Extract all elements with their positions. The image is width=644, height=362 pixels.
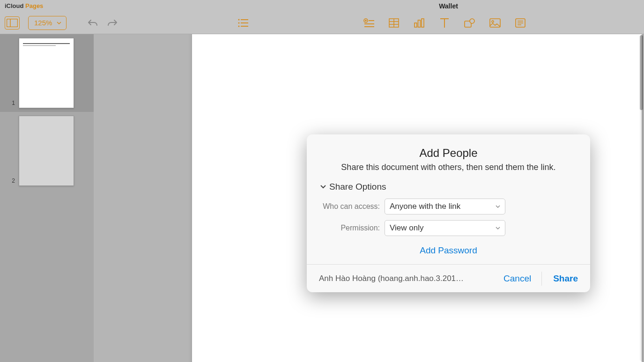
permission-row: Permission: View only — [320, 220, 577, 236]
table-button[interactable] — [387, 16, 400, 30]
modal-footer: Anh Hào Hoàng (hoang.anh.hao.3.201… Canc… — [307, 264, 590, 292]
access-value: Anyone with the link — [390, 202, 460, 211]
share-options-label: Share Options — [329, 182, 386, 192]
modal-subtitle: Share this document with others, then se… — [320, 163, 577, 172]
redo-icon — [106, 18, 118, 28]
app-header: iCloud Pages Wallet — [0, 0, 644, 12]
svg-point-26 — [492, 21, 494, 22]
thumb-content-line — [23, 43, 70, 44]
svg-point-4 — [238, 22, 240, 23]
logo-icloud: iCloud — [5, 2, 23, 9]
chart-icon — [414, 18, 424, 28]
svg-point-2 — [238, 19, 240, 20]
toggle-sidebar-button[interactable] — [5, 16, 20, 30]
permission-label: Permission: — [320, 224, 385, 232]
svg-point-24 — [470, 19, 474, 23]
media-button[interactable] — [489, 16, 502, 30]
thumbnail-number: 2 — [10, 177, 15, 184]
svg-rect-0 — [7, 19, 18, 27]
scrollbar-thumb[interactable] — [640, 35, 643, 110]
undo-icon — [87, 18, 99, 28]
thumbnail-number: 1 — [10, 100, 15, 106]
list-button[interactable] — [237, 16, 250, 30]
table-icon — [389, 18, 399, 28]
thumbnail-sidebar: 1 2 — [0, 34, 94, 362]
text-button[interactable] — [438, 16, 451, 30]
cancel-button[interactable]: Cancel — [493, 273, 541, 284]
permission-select[interactable]: View only — [385, 220, 505, 236]
shape-button[interactable] — [463, 16, 476, 30]
zoom-value: 125% — [34, 19, 52, 27]
svg-rect-18 — [415, 23, 417, 27]
share-options-toggle[interactable]: Share Options — [320, 182, 577, 192]
chart-button[interactable] — [413, 16, 426, 30]
share-button[interactable]: Share — [542, 273, 578, 284]
share-options-section: Share Options Who can access: Anyone wit… — [307, 182, 590, 264]
thumbnail-page[interactable]: 1 — [0, 34, 94, 112]
toolbar-right — [362, 16, 527, 30]
text-icon — [440, 18, 449, 28]
sidebar-icon — [7, 19, 18, 27]
undo-redo-group — [87, 17, 118, 29]
permission-value: View only — [390, 223, 423, 233]
thumbnail-preview — [19, 116, 74, 186]
toolbar-center — [237, 16, 250, 30]
list-icon — [238, 19, 248, 27]
svg-rect-25 — [490, 19, 500, 27]
modal-header: Add People Share this document with othe… — [307, 134, 590, 182]
insert-icon — [363, 18, 374, 28]
redo-button[interactable] — [106, 17, 118, 29]
access-select[interactable]: Anyone with the link — [385, 199, 505, 214]
undo-button[interactable] — [87, 17, 99, 29]
access-label: Who can access: — [320, 202, 385, 211]
comment-icon — [515, 18, 526, 28]
thumb-content-line — [23, 45, 56, 46]
thumbnail-page[interactable]: 2 — [0, 112, 94, 190]
svg-rect-19 — [418, 20, 421, 27]
svg-rect-20 — [422, 19, 424, 27]
document-title: Wallet — [439, 2, 458, 10]
toolbar: 125% — [0, 12, 644, 34]
thumbnail-preview — [19, 38, 74, 108]
logo-pages: Pages — [23, 2, 43, 9]
chevron-down-icon — [496, 205, 500, 208]
app-logo: iCloud Pages — [5, 2, 43, 9]
footer-buttons: Cancel Share — [493, 265, 578, 292]
media-icon — [489, 18, 501, 28]
svg-point-6 — [238, 25, 240, 27]
add-password-row: Add Password — [320, 242, 577, 256]
shape-icon — [464, 18, 475, 28]
add-password-link[interactable]: Add Password — [420, 245, 477, 255]
user-info: Anh Hào Hoàng (hoang.anh.hao.3.201… — [319, 274, 493, 283]
chevron-down-icon — [57, 22, 61, 24]
access-row: Who can access: Anyone with the link — [320, 199, 577, 214]
chevron-down-icon — [496, 227, 500, 230]
share-modal: Add People Share this document with othe… — [307, 134, 590, 292]
comment-button[interactable] — [514, 16, 527, 30]
insert-button[interactable] — [362, 16, 375, 30]
modal-title: Add People — [320, 147, 577, 160]
toolbar-left: 125% — [5, 16, 118, 30]
scrollbar-vertical[interactable] — [640, 35, 643, 361]
zoom-select[interactable]: 125% — [28, 16, 67, 30]
chevron-down-icon — [320, 185, 326, 189]
